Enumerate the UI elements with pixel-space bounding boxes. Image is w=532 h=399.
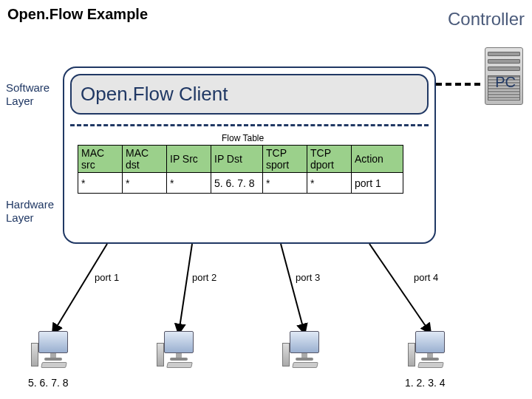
cell-ip-dst: 5. 6. 7. 8 [211, 173, 263, 194]
port-4-label: port 4 [414, 272, 438, 283]
port-1-label: port 1 [95, 272, 119, 283]
host-pc-1-icon [31, 331, 75, 372]
cell-tcp-dport: * [307, 173, 352, 194]
cell-mac-dst: * [123, 173, 167, 194]
col-action: Action [352, 146, 403, 173]
host-4-ip: 1. 2. 3. 4 [405, 377, 445, 389]
host-pc-2-icon [157, 331, 201, 372]
col-ip-src: IP Src [167, 146, 211, 173]
port-3-label: port 3 [296, 272, 320, 283]
pc-label: PC [495, 74, 516, 91]
controller-label: Controller [448, 9, 525, 30]
hardware-layer-label: Hardware Layer [6, 198, 54, 225]
flow-table-title: Flow Table [222, 133, 264, 143]
col-ip-dst: IP Dst [211, 146, 263, 173]
svg-line-1 [179, 244, 192, 332]
col-mac-src: MAC src [78, 146, 123, 173]
cell-ip-src: * [167, 173, 211, 194]
cell-action: port 1 [352, 173, 403, 194]
page-title: Open.Flow Example [7, 6, 148, 23]
software-layer-label: Software Layer [6, 81, 50, 108]
flow-table-header-row: MAC src MAC dst IP Src IP Dst TCP sport … [78, 146, 403, 173]
port-2-label: port 2 [192, 272, 216, 283]
host-pc-3-icon [282, 331, 327, 372]
col-tcp-sport: TCP sport [263, 146, 307, 173]
openflow-client-box: Open.Flow Client [70, 74, 429, 115]
svg-line-3 [369, 244, 430, 332]
svg-line-2 [281, 244, 304, 332]
layer-divider [70, 124, 429, 126]
cell-mac-src: * [78, 173, 123, 194]
flow-table: MAC src MAC dst IP Src IP Dst TCP sport … [78, 145, 403, 194]
col-mac-dst: MAC dst [123, 146, 167, 173]
col-tcp-dport: TCP dport [307, 146, 352, 173]
host-1-ip: 5. 6. 7. 8 [28, 377, 68, 389]
svg-line-0 [53, 244, 107, 332]
host-pc-4-icon [408, 331, 452, 372]
controller-link-line [436, 83, 480, 86]
flow-table-row: * * * 5. 6. 7. 8 * * port 1 [78, 173, 403, 194]
cell-tcp-sport: * [263, 173, 307, 194]
